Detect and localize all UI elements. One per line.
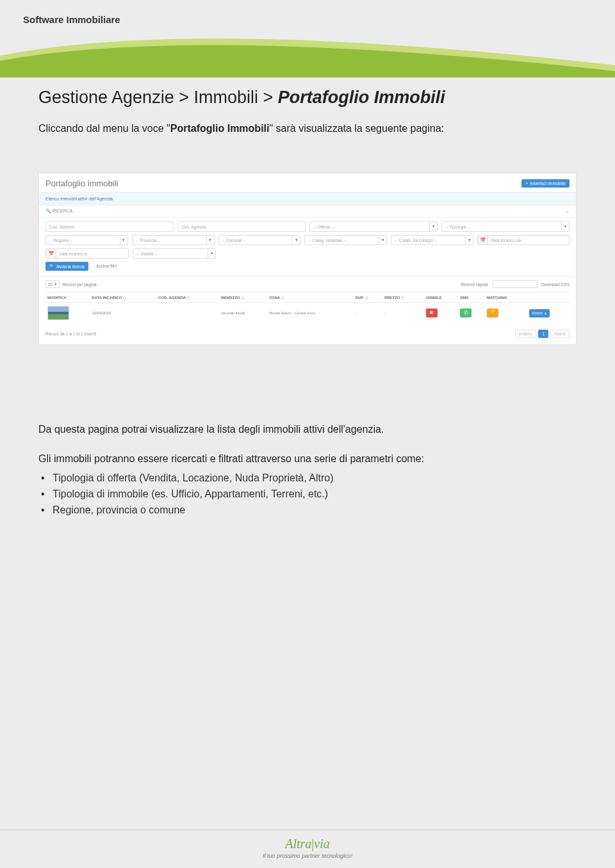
phone-icon: ✆: [460, 309, 472, 317]
caret-icon: ▾: [561, 222, 569, 231]
pager-next[interactable]: Avanti: [550, 330, 570, 338]
breadcrumb-current: Portafoglio Immobili: [278, 88, 445, 107]
screenshot-panel: Portafoglio immobili + Inserisci immobil…: [38, 173, 577, 345]
visibile-select[interactable]: -- Visibile --▾: [133, 248, 216, 259]
data-a-input[interactable]: 📅Data incarico a: [45, 248, 129, 259]
row-data: 19/04/2015: [90, 303, 156, 324]
chevron-down-icon: ⌄: [566, 209, 570, 214]
tipologia-ph: -- Tipologia --: [445, 225, 470, 229]
key-icon: 🔑: [487, 309, 498, 317]
th-data[interactable]: DATA INCARICO◇: [90, 293, 156, 303]
row-thumbnail[interactable]: [47, 306, 69, 320]
th-visibile[interactable]: VISIBILE: [424, 293, 459, 303]
search-toggle-row[interactable]: 🔍 RICERCA ⌄: [39, 205, 576, 218]
offerta-select[interactable]: -- Offerta --▾: [309, 221, 438, 232]
doc-title: Software Immobiliare: [23, 14, 120, 25]
th-sup[interactable]: SUP.◇: [354, 293, 382, 303]
th-prezzo[interactable]: PREZZO◇: [382, 293, 424, 303]
doc-header: Software Immobiliare: [0, 0, 615, 30]
caret-icon: ▾: [208, 249, 215, 258]
intro-post: " sarà visualizzata la seguente pagina:: [269, 123, 444, 134]
results-table: MODIFICA DATA INCARICO◇ COD. AGENZIA◇ IN…: [45, 292, 570, 323]
sms-button[interactable]: ✆: [460, 309, 472, 317]
ricerca-label: RICERCA: [53, 209, 73, 213]
sort-icon: ◇: [187, 296, 190, 300]
categ-select[interactable]: -- Categ. catastale --▾: [304, 235, 387, 245]
tipologia-select[interactable]: -- Tipologia --▾: [441, 221, 570, 232]
th-prz-lbl: PREZZO: [384, 296, 400, 300]
brand-part1: Altra: [285, 837, 311, 851]
list-item: Tipologia di immobile (es. Ufficio, Appa…: [41, 486, 577, 502]
th-data-lbl: DATA INCARICO: [92, 296, 122, 300]
cod-sistema-input[interactable]: Cod. Sistema: [45, 221, 174, 232]
intro-text: Cliccando dal menu la voce "Portafoglio …: [38, 123, 577, 134]
close-icon: ✖: [426, 309, 438, 317]
azioni-button[interactable]: Azioni ▾: [529, 309, 550, 317]
visibile-toggle[interactable]: ✖: [426, 309, 438, 317]
provincia-select[interactable]: -- Provincia --▾: [132, 235, 215, 245]
page-title: Gestione Agenzie > Immobili > Portafogli…: [38, 88, 577, 108]
breadcrumb-plain: Gestione Agenzie > Immobili >: [38, 88, 278, 107]
th-modifica[interactable]: MODIFICA: [45, 293, 90, 303]
data-a-ph: Data incarico a: [59, 252, 86, 256]
pager-current[interactable]: 1: [538, 330, 548, 338]
brand-tagline: Il tuo prossimo partner tecnologico!: [0, 853, 615, 859]
caret-icon: ▾: [379, 236, 386, 245]
calendar-icon: 📅: [46, 249, 56, 258]
cod-agenzia-input[interactable]: Cod. Agenzia: [177, 221, 306, 232]
body-p1: Da questa pagina potrai visualizzare la …: [38, 422, 577, 437]
caret-icon: ▾: [545, 311, 546, 316]
per-page-value: 25: [48, 282, 53, 287]
sort-icon: ◇: [123, 296, 126, 300]
filters-block: Cod. Sistema Cod. Agenzia -- Offerta --▾…: [39, 218, 576, 277]
regione-select[interactable]: -- Regione --▾: [45, 235, 128, 245]
caret-icon: ▾: [206, 236, 214, 245]
collab-ph: -- Collab. tra colleghi --: [395, 238, 437, 243]
th-matching[interactable]: MATCHING: [485, 293, 527, 303]
th-sup-lbl: SUP.: [356, 296, 364, 300]
per-page-select[interactable]: 25 ▾: [45, 280, 60, 288]
insert-label: Inserisci immobile: [530, 181, 566, 186]
comune-ph: -- Comune --: [222, 238, 246, 243]
caret-icon: ▾: [429, 222, 437, 231]
list-item: Regione, provincia o comune: [41, 502, 577, 518]
th-indirizzo[interactable]: INDIRIZZO◇: [219, 293, 268, 303]
cod-sistema-ph: Cod. Sistema: [49, 225, 74, 229]
caret-icon: ▾: [465, 236, 473, 245]
th-cod[interactable]: COD. AGENZIA◇: [156, 293, 219, 303]
matching-button[interactable]: 🔑: [487, 309, 498, 317]
data-da-input[interactable]: 📅Data incarico da: [477, 235, 570, 245]
search-button[interactable]: 🔍 Avvia la ricerca: [45, 262, 88, 271]
th-zona[interactable]: ZONA◇: [267, 293, 353, 303]
pager-prev[interactable]: Indietro: [515, 330, 537, 338]
download-csv-link[interactable]: Download CSV: [541, 282, 570, 287]
th-cod-lbl: COD. AGENZIA: [158, 296, 186, 300]
offerta-ph: -- Offerta --: [313, 225, 334, 229]
th-ind-lbl: INDIRIZZO: [221, 296, 240, 300]
search-label: Avvia la ricerca: [56, 264, 85, 269]
data-da-ph: Data incarico da: [491, 238, 521, 243]
th-sms[interactable]: SMS: [458, 293, 485, 303]
pager: Indietro 1 Avanti: [515, 330, 570, 338]
calendar-icon: 📅: [478, 236, 488, 245]
records-count: Record da 1 a 1 di 1 inseriti: [45, 332, 96, 336]
reset-filters-button[interactable]: Azzera filtri: [92, 262, 120, 271]
categ-ph: -- Categ. catastale --: [308, 238, 346, 243]
caret-icon: ▾: [292, 236, 300, 245]
provincia-ph: -- Provincia --: [136, 238, 161, 243]
doc-footer: Altra|via Il tuo prossimo partner tecnol…: [0, 830, 615, 868]
intro-bold: Portafoglio Immobili: [170, 123, 270, 134]
plus-icon: +: [525, 181, 528, 186]
sort-icon: ◇: [242, 296, 245, 300]
insert-immobile-button[interactable]: + Inserisci immobile: [521, 179, 570, 188]
azioni-label: Azioni: [532, 311, 543, 315]
comune-select[interactable]: -- Comune --▾: [218, 235, 301, 245]
collab-select[interactable]: -- Collab. tra colleghi --▾: [391, 235, 473, 245]
quick-search-label: Ricerca rapida:: [461, 282, 489, 287]
sort-icon: ◇: [365, 296, 368, 300]
row-indirizzo: via prati fiscali: [219, 303, 268, 324]
panel-subtitle: Elenco immobili attivi dell'Agenzia: [39, 192, 576, 205]
table-row: 19/04/2015 via prati fiscali Monte Sacro…: [45, 303, 570, 324]
quick-search-input[interactable]: [493, 280, 537, 288]
row-prezzo: -: [382, 303, 424, 324]
